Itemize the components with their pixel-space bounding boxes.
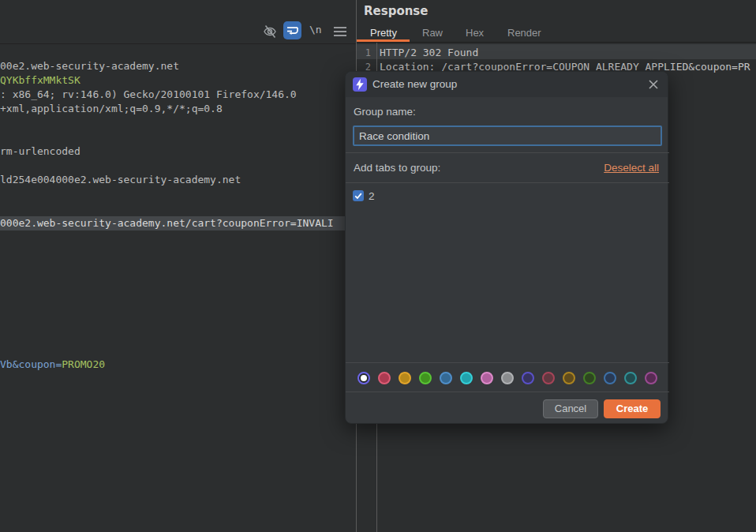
code-segment: ld254e004000e2.web-security-academy.net xyxy=(0,174,241,185)
soft-wrap-icon xyxy=(283,21,301,39)
tab-item-label: 2 xyxy=(369,190,375,202)
request-editor-line[interactable]: rm-urlencoded xyxy=(0,144,356,159)
response-tab-render[interactable]: Render xyxy=(507,27,541,39)
code-segment: rm-urlencoded xyxy=(0,145,80,157)
color-swatch-11[interactable] xyxy=(583,372,596,384)
color-swatch-10[interactable] xyxy=(563,372,575,384)
code-segment: 00e2.web-security-academy.net xyxy=(0,60,179,72)
response-tab-raw[interactable]: Raw xyxy=(422,27,443,39)
hamburger-menu-icon[interactable] xyxy=(334,27,346,38)
code-segment: QYKbffxMMktSK xyxy=(0,74,80,86)
code-segment: Vb&coupon= xyxy=(0,358,62,370)
response-tab-hex[interactable]: Hex xyxy=(466,27,484,39)
group-name-label: Group name: xyxy=(354,106,416,118)
hide-eye-icon[interactable] xyxy=(262,23,278,39)
response-title: Response xyxy=(364,4,428,18)
burp-window: \n 00e2.web-security-academy.netQYKbffxM… xyxy=(0,0,756,532)
cancel-button[interactable]: Cancel xyxy=(543,399,598,418)
close-icon[interactable] xyxy=(648,79,659,90)
color-swatch-1[interactable] xyxy=(378,372,391,384)
color-swatch-row xyxy=(357,372,657,384)
color-swatch-6[interactable] xyxy=(481,372,493,384)
request-editor-line[interactable]: Vb&coupon=PROMO20 xyxy=(0,358,356,372)
color-swatch-14[interactable] xyxy=(645,372,657,384)
dialog-title: Create new group xyxy=(372,72,457,97)
color-swatch-2[interactable] xyxy=(399,372,411,384)
lightning-icon xyxy=(353,77,367,92)
create-group-dialog: Create new group Group name: Add tabs to… xyxy=(345,71,668,424)
request-editor-line[interactable]: 00e2.web-security-academy.net xyxy=(0,59,356,73)
color-swatch-13[interactable] xyxy=(624,372,637,384)
color-swatch-7[interactable] xyxy=(501,372,514,384)
deselect-all-link[interactable]: Deselect all xyxy=(604,162,659,174)
line-number: 1 xyxy=(357,46,371,60)
color-swatch-4[interactable] xyxy=(440,372,452,384)
code-segment: : x86_64; rv:146.0) Gecko/20100101 Firef… xyxy=(0,88,297,100)
request-editor-line[interactable]: : x86_64; rv:146.0) Gecko/20100101 Firef… xyxy=(0,88,356,102)
request-editor-line[interactable]: +xml,application/xml;q=0.9,*/*;q=0.8 xyxy=(0,102,356,116)
code-segment: 000e2.web-security-academy.net/cart?coup… xyxy=(0,217,334,229)
response-code-line[interactable]: HTTP/2 302 Found xyxy=(380,46,478,60)
code-segment: PROMO20 xyxy=(62,358,105,370)
tab-checkbox[interactable] xyxy=(353,190,364,201)
create-button[interactable]: Create xyxy=(604,399,661,418)
request-editor-line[interactable]: 000e2.web-security-academy.net/cart?coup… xyxy=(0,216,356,230)
request-editor-line[interactable]: ld254e004000e2.web-security-academy.net xyxy=(0,173,356,187)
request-editor-line[interactable]: QYKbffxMMktSK xyxy=(0,73,356,88)
dialog-separator xyxy=(346,362,669,363)
color-swatch-0[interactable] xyxy=(357,372,370,384)
response-tab-pretty[interactable]: Pretty xyxy=(370,27,397,39)
dialog-separator xyxy=(346,152,669,153)
newline-toggle[interactable]: \n xyxy=(309,24,322,36)
color-swatch-8[interactable] xyxy=(522,372,534,384)
add-tabs-label: Add tabs to group: xyxy=(354,162,440,174)
code-segment: +xml,application/xml;q=0.9,*/*;q=0.8 xyxy=(0,103,223,114)
toolbar-separator xyxy=(0,43,356,44)
soft-wrap-button[interactable] xyxy=(283,21,301,39)
tabs-separator xyxy=(357,42,756,43)
dialog-separator xyxy=(346,182,669,183)
color-swatch-3[interactable] xyxy=(419,372,432,384)
dialog-titlebar: Create new group xyxy=(346,72,668,97)
color-swatch-9[interactable] xyxy=(542,372,555,384)
color-swatch-12[interactable] xyxy=(604,372,616,384)
dialog-separator xyxy=(346,392,669,392)
group-name-input[interactable] xyxy=(353,126,662,146)
color-swatch-5[interactable] xyxy=(460,372,473,384)
